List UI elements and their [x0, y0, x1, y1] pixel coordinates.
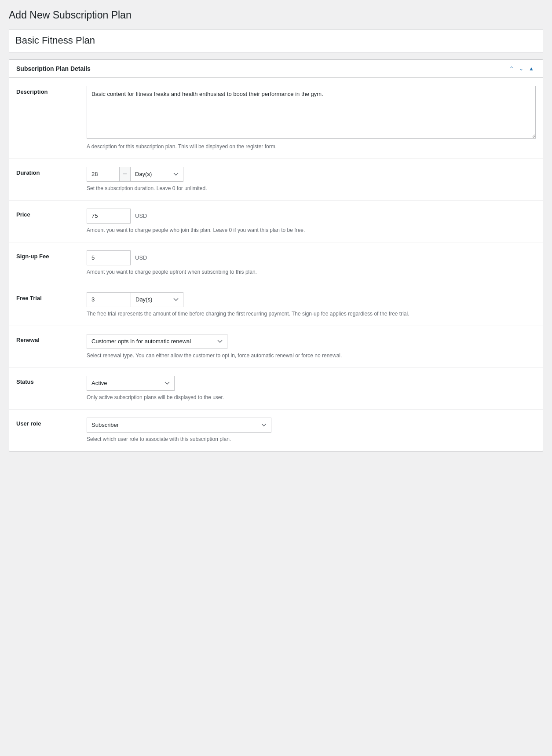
meta-box-header: Subscription Plan Details ⌃ ⌄ ▲ [9, 60, 543, 78]
duration-inputs: Day(s) Week(s) Month(s) Year(s) [87, 167, 536, 182]
price-label: Price [16, 209, 87, 218]
page-title: Add New Subscription Plan [9, 9, 543, 22]
price-field: USD Amount you want to charge people who… [87, 209, 536, 234]
subscription-plan-details-box: Subscription Plan Details ⌃ ⌄ ▲ Descript… [9, 59, 543, 451]
user-role-row: User role Subscriber Administrator Edito… [9, 410, 543, 451]
price-row: Price USD Amount you want to charge peop… [9, 201, 543, 242]
user-role-label: User role [16, 418, 87, 427]
signup-fee-label: Sign-up Fee [16, 250, 87, 260]
user-role-help: Select which user role to associate with… [87, 435, 536, 443]
duration-field: Day(s) Week(s) Month(s) Year(s) Set the … [87, 167, 536, 192]
signup-fee-field: USD Amount you want to charge people upf… [87, 250, 536, 276]
renewal-field: Customer opts in for automatic renewal F… [87, 334, 536, 360]
description-field: Basic content for fitness freaks and hea… [87, 86, 536, 150]
collapse-button[interactable]: ▲ [527, 65, 536, 72]
plan-name-input[interactable] [9, 29, 543, 52]
meta-box-title: Subscription Plan Details [16, 65, 91, 72]
free-trial-inputs: Day(s) Week(s) Month(s) Year(s) [87, 292, 536, 307]
signup-fee-input[interactable] [87, 250, 131, 265]
user-role-select[interactable]: Subscriber Administrator Editor Author C… [87, 418, 271, 433]
status-label: Status [16, 376, 87, 385]
signup-fee-help: Amount you want to charge people upfront… [87, 268, 536, 276]
description-label: Description [16, 86, 87, 95]
free-trial-unit-select[interactable]: Day(s) Week(s) Month(s) Year(s) [131, 292, 183, 307]
price-inputs: USD [87, 209, 536, 224]
price-help: Amount you want to charge people who joi… [87, 226, 536, 234]
price-currency: USD [131, 209, 151, 224]
renewal-select[interactable]: Customer opts in for automatic renewal F… [87, 334, 227, 349]
description-help: A description for this subscription plan… [87, 143, 536, 150]
duration-label: Duration [16, 167, 87, 176]
user-role-field: Subscriber Administrator Editor Author C… [87, 418, 536, 443]
meta-box-controls: ⌃ ⌄ ▲ [508, 65, 536, 72]
signup-fee-row: Sign-up Fee USD Amount you want to charg… [9, 242, 543, 284]
renewal-help: Select renewal type. You can either allo… [87, 352, 536, 360]
free-trial-label: Free Trial [16, 292, 87, 301]
description-textarea[interactable]: Basic content for fitness freaks and hea… [87, 86, 536, 139]
move-down-button[interactable]: ⌄ [517, 65, 525, 72]
status-help: Only active subscription plans will be d… [87, 393, 536, 401]
signup-fee-currency: USD [131, 250, 151, 265]
move-up-button[interactable]: ⌃ [508, 65, 515, 72]
price-input[interactable] [87, 209, 131, 224]
free-trial-field: Day(s) Week(s) Month(s) Year(s) The free… [87, 292, 536, 318]
meta-box-content: Description Basic content for fitness fr… [9, 78, 543, 451]
free-trial-number-input[interactable] [87, 292, 131, 307]
status-row: Status Active Inactive Only active subsc… [9, 368, 543, 410]
description-row: Description Basic content for fitness fr… [9, 78, 543, 159]
status-select[interactable]: Active Inactive [87, 376, 175, 391]
duration-help: Set the subscription duration. Leave 0 f… [87, 184, 536, 192]
free-trial-row: Free Trial Day(s) Week(s) Month(s) Year(… [9, 284, 543, 326]
status-field: Active Inactive Only active subscription… [87, 376, 536, 401]
renewal-label: Renewal [16, 334, 87, 343]
duration-unit-select[interactable]: Day(s) Week(s) Month(s) Year(s) [131, 167, 183, 182]
renewal-row: Renewal Customer opts in for automatic r… [9, 326, 543, 368]
duration-row: Duration Day(s) [9, 159, 543, 201]
signup-fee-inputs: USD [87, 250, 536, 265]
duration-spin-buttons[interactable] [119, 167, 131, 182]
duration-number-wrap [87, 167, 131, 182]
free-trial-help: The free trial represents the amount of … [87, 310, 536, 318]
